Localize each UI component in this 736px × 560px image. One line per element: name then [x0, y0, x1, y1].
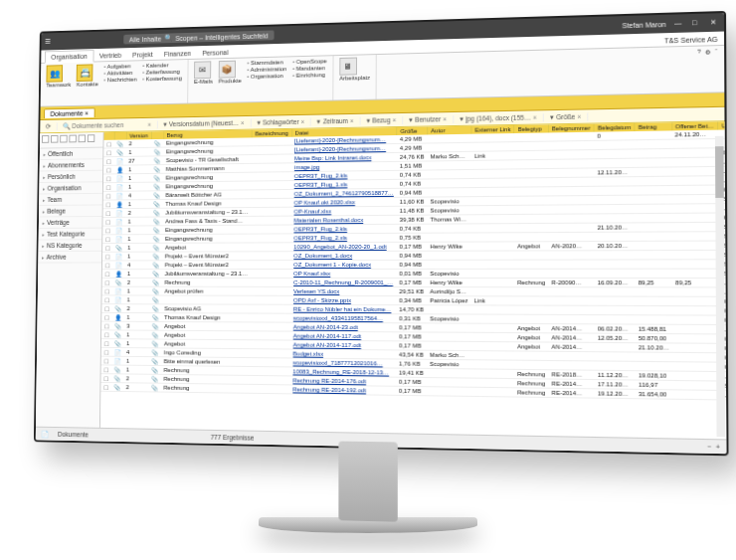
- ribbon-item[interactable]: Zeiterfassung: [142, 69, 182, 76]
- close-tab-icon[interactable]: ×: [85, 109, 89, 116]
- ribbon-item[interactable]: Mandanten: [292, 65, 327, 72]
- column-header[interactable]: Belegtyp: [514, 124, 548, 133]
- collapse-ribbon-icon[interactable]: ˄: [714, 48, 717, 55]
- row-checkbox[interactable]: ☐: [103, 157, 113, 166]
- column-header[interactable]: Belegnummer: [548, 124, 594, 133]
- sidebar-item[interactable]: Öffentlich: [40, 148, 103, 160]
- close-button[interactable]: ✕: [710, 18, 720, 28]
- row-checkbox[interactable]: ☐: [101, 312, 111, 321]
- table-row[interactable]: ☐📄4📎Projekt – Event Münster2OZ_Dokument …: [102, 259, 726, 269]
- document-table[interactable]: VersionBezugBezeichnungDateiGrößeAutorEx…: [100, 121, 726, 439]
- row-checkbox[interactable]: ☐: [103, 165, 113, 174]
- row-checkbox[interactable]: ☐: [101, 356, 111, 365]
- zoom-out-icon[interactable]: −: [707, 443, 711, 450]
- row-checkbox[interactable]: ☐: [103, 200, 113, 209]
- row-checkbox[interactable]: ☐: [101, 321, 111, 330]
- column-header[interactable]: Bezeichnung: [252, 129, 291, 138]
- row-checkbox[interactable]: ☐: [102, 217, 112, 226]
- row-checkbox[interactable]: ☐: [100, 374, 110, 383]
- ribbon-tab-finanzen[interactable]: Finanzen: [158, 48, 197, 60]
- row-checkbox[interactable]: ☐: [103, 183, 113, 192]
- row-checkbox[interactable]: ☐: [103, 148, 113, 157]
- cell-datei[interactable]: 10290_Angebot_AN-2020-20_1.odt: [290, 242, 396, 251]
- column-header[interactable]: Autor: [428, 126, 471, 135]
- column-header[interactable]: Betrag: [635, 122, 671, 131]
- ribbon-tab-personal[interactable]: Personal: [197, 47, 235, 59]
- ribbon-item[interactable]: Stammdaten: [247, 59, 286, 66]
- filter-groesse[interactable]: ▾Größe×: [544, 112, 589, 121]
- user-name[interactable]: Stefan Maron: [622, 20, 665, 28]
- row-checkbox[interactable]: ☐: [101, 339, 111, 348]
- sidebar-item[interactable]: Abonnements: [40, 159, 103, 171]
- cell-datei[interactable]: Verlesen YS.docx: [290, 286, 396, 295]
- column-header[interactable]: [151, 131, 163, 139]
- zoom-in-icon[interactable]: +: [716, 443, 720, 450]
- filter-filetype[interactable]: ▾jpg (164), docx (155…×: [454, 113, 544, 123]
- filter-zeitraum[interactable]: ▾Zeitraum×: [311, 116, 360, 125]
- view-icon[interactable]: [60, 135, 67, 143]
- row-checkbox[interactable]: ☐: [103, 140, 113, 148]
- scrollbar-thumb[interactable]: [715, 146, 724, 198]
- column-header[interactable]: Belegdatum: [594, 123, 635, 132]
- ribbon-tab-vertrieb[interactable]: Vertrieb: [93, 50, 127, 61]
- view-icon[interactable]: [88, 134, 94, 142]
- ribbon-item[interactable]: Einrichtung: [292, 72, 327, 79]
- column-header[interactable]: Upload-D…: [718, 121, 727, 129]
- clear-search-icon[interactable]: ×: [147, 121, 151, 128]
- produkte-icon[interactable]: 📦: [219, 61, 236, 79]
- ribbon-item[interactable]: Kalender: [142, 62, 182, 69]
- column-header[interactable]: Version: [126, 131, 151, 139]
- help-icon[interactable]: ?: [697, 49, 701, 55]
- sidebar-item[interactable]: Verträge: [39, 217, 102, 229]
- ribbon-item[interactable]: OpenScope: [292, 58, 327, 65]
- row-checkbox[interactable]: ☐: [101, 304, 111, 313]
- column-header[interactable]: [104, 132, 114, 140]
- tab-dokumente[interactable]: Dokumente ×: [44, 107, 94, 118]
- cell-datei[interactable]: OZ_Dokument 1 - Kopie.docx: [290, 260, 396, 269]
- sidebar-item[interactable]: Belege: [39, 205, 102, 217]
- ribbon-tab-projekt[interactable]: Projekt: [127, 49, 159, 60]
- view-icon[interactable]: [42, 135, 49, 143]
- cell-datei[interactable]: C-2010-11_Rechnung_R-2009001_…: [290, 278, 396, 286]
- settings-icon[interactable]: ⚙: [705, 48, 710, 55]
- column-header[interactable]: Externer Link: [471, 125, 514, 134]
- row-checkbox[interactable]: ☐: [102, 244, 112, 253]
- row-checkbox[interactable]: ☐: [101, 330, 111, 339]
- row-checkbox[interactable]: ☐: [102, 278, 112, 286]
- row-checkbox[interactable]: ☐: [101, 347, 111, 356]
- sidebar-item[interactable]: Team: [39, 194, 102, 206]
- teamwork-icon[interactable]: 👥: [46, 65, 63, 83]
- column-header[interactable]: Offener Bet…: [671, 121, 717, 130]
- arbeitsplatz-icon[interactable]: 🖥: [339, 58, 357, 76]
- app-menu-icon[interactable]: ☰: [45, 38, 51, 46]
- filter-schlagwoerter[interactable]: ▾Schlagwörter×: [251, 117, 311, 126]
- row-checkbox[interactable]: ☐: [103, 209, 113, 218]
- cell-datei[interactable]: OP Knauf.xlsx: [290, 269, 396, 278]
- minimize-button[interactable]: —: [674, 19, 684, 28]
- global-search[interactable]: Alle Inhalte 🔍 Scopen – Intelligentes Su…: [123, 30, 274, 44]
- column-header[interactable]: Größe: [397, 126, 428, 135]
- sidebar-item[interactable]: Archive: [38, 252, 101, 264]
- document-search-input[interactable]: [72, 121, 145, 129]
- maximize-button[interactable]: □: [692, 18, 702, 27]
- sidebar-item[interactable]: Organisation: [39, 182, 102, 194]
- row-checkbox[interactable]: ☐: [102, 270, 112, 279]
- row-checkbox[interactable]: ☐: [103, 191, 113, 200]
- row-checkbox[interactable]: ☐: [100, 382, 110, 391]
- filter-benutzer[interactable]: ▾Benutzer×: [403, 115, 454, 124]
- row-checkbox[interactable]: ☐: [102, 235, 112, 244]
- ribbon-item[interactable]: Organisation: [247, 73, 286, 80]
- filter-bezug[interactable]: ▾Bezug×: [360, 115, 403, 124]
- row-checkbox[interactable]: ☐: [101, 295, 111, 304]
- row-checkbox[interactable]: ☐: [102, 252, 112, 261]
- cell-datei[interactable]: RE - Enrico Nübler hat ein Dokume…: [290, 304, 396, 313]
- view-icon[interactable]: [79, 134, 86, 142]
- row-checkbox[interactable]: ☐: [103, 174, 113, 183]
- ribbon-item[interactable]: Administration: [247, 66, 286, 73]
- refresh-icon[interactable]: ⟳: [40, 122, 57, 130]
- cell-datei[interactable]: OEPR3T_Flug_2.xls: [291, 233, 397, 242]
- row-checkbox[interactable]: ☐: [102, 261, 112, 270]
- ribbon-item[interactable]: Kosterfassung: [142, 76, 182, 83]
- sidebar-item[interactable]: Persönlich: [40, 171, 103, 183]
- row-checkbox[interactable]: ☐: [102, 226, 112, 235]
